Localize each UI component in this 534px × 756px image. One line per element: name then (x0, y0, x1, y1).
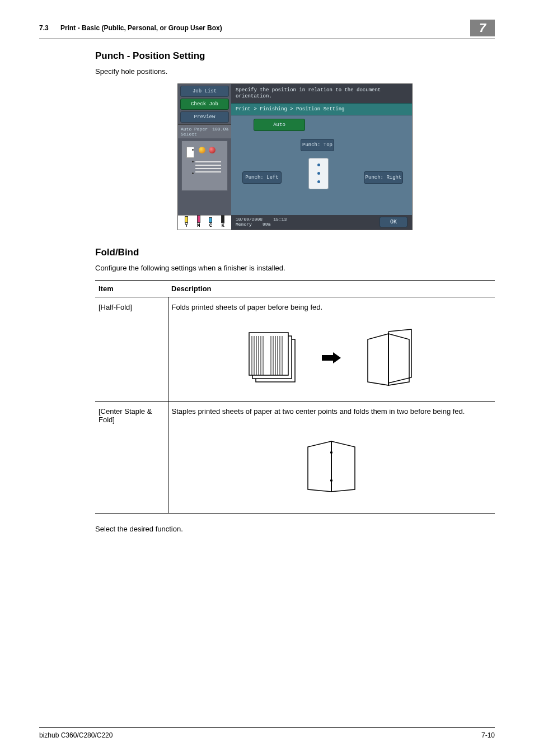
table-row: [Half-Fold] Folds printed sheets of pape… (95, 297, 495, 401)
desc-centerstaple: Staples printed sheets of paper at two c… (172, 407, 492, 416)
paper-value: 100.0% (212, 127, 228, 137)
punch-heading: Punch - Position Setting (95, 50, 495, 62)
page-footer: bizhub C360/C280/C220 7-10 (39, 727, 495, 739)
punch-preview-icon (308, 158, 329, 189)
paper-label: Auto Paper Select (181, 127, 212, 137)
paper-select-readout: Auto Paper Select 100.0% (178, 124, 231, 138)
ok-button[interactable]: OK (380, 217, 407, 227)
halffold-diagram (172, 327, 492, 389)
header-left: 7.3 Print - Basic (Public, Personal, or … (39, 24, 222, 32)
item-centerstaple: [Center Staple & Fold] (95, 401, 168, 513)
status-readout: 10/09/2008 15:13 Memory 99% (236, 217, 287, 227)
svg-marker-15 (322, 352, 341, 363)
preview-pane (181, 141, 228, 191)
footer-page: 7-10 (481, 731, 495, 739)
job-list-button[interactable]: Job List (180, 86, 229, 97)
col-desc: Description (168, 280, 495, 297)
punch-right-option[interactable]: Punch: Right (364, 171, 403, 184)
ui-screenshot: Job List Check Job Preview Auto Paper Se… (177, 83, 413, 230)
section-title: Print - Basic (Public, Personal, or Grou… (60, 24, 222, 32)
section-number: 7.3 (39, 24, 49, 32)
foldbind-outro: Select the desired function. (95, 525, 495, 533)
punch-left-option[interactable]: Punch: Left (242, 171, 282, 184)
page-header: 7.3 Print - Basic (Public, Personal, or … (39, 20, 495, 39)
item-halffold: [Half-Fold] (95, 297, 168, 401)
auto-option[interactable]: Auto (254, 119, 305, 131)
desc-halffold: Folds printed sheets of paper before bei… (172, 303, 492, 311)
check-job-button[interactable]: Check Job (180, 99, 229, 110)
centerstaple-diagram (172, 436, 492, 497)
col-item: Item (95, 280, 168, 297)
punch-intro: Specify hole positions. (95, 67, 495, 76)
chapter-badge: 7 (470, 20, 495, 36)
preview-button[interactable]: Preview (180, 111, 229, 123)
arrow-icon (322, 352, 341, 363)
toner-levels: Y M C K (178, 215, 231, 230)
foldbind-intro: Configure the following settings when a … (95, 264, 495, 272)
breadcrumb: Print > Finishing > Position Setting (231, 103, 412, 115)
foldbind-table: Item Description [Half-Fold] Folds print… (95, 280, 495, 514)
table-row: [Center Staple & Fold] Staples printed s… (95, 401, 495, 513)
footer-model: bizhub C360/C280/C220 (39, 731, 113, 739)
instruction-text: Specify the position in relation to the … (231, 84, 412, 103)
foldbind-heading: Fold/Bind (95, 247, 495, 258)
punch-top-option[interactable]: Punch: Top (301, 139, 334, 151)
